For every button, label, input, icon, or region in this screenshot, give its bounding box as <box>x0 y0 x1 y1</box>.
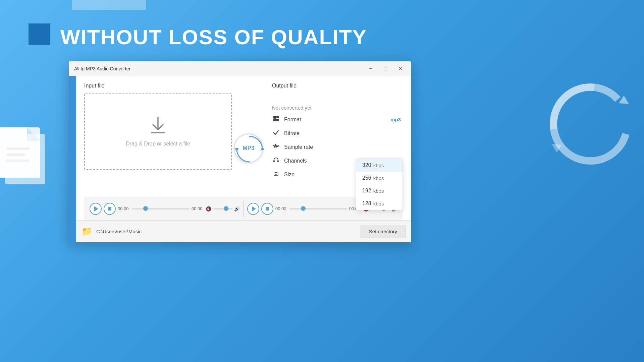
size-label: Size <box>284 172 294 178</box>
output-time-start: 00:00 <box>275 206 287 211</box>
input-play-button[interactable] <box>90 203 102 215</box>
headline: WITHOUT LOSS OF QUALITY <box>60 25 367 49</box>
svg-rect-15 <box>273 116 276 119</box>
input-time-start: 00:00 <box>118 206 130 211</box>
output-progress-track[interactable] <box>289 208 347 209</box>
output-stop-button[interactable] <box>261 203 273 215</box>
stop-square-icon <box>108 207 111 210</box>
transport-bar: 00:00 00:00 🔇 🔊 <box>84 197 403 220</box>
drop-text: Drag & Drop or select a file <box>126 141 190 147</box>
directory-path: C:\Users\user\Music <box>96 229 357 234</box>
drop-zone[interactable]: Drag & Drop or select a file <box>84 93 232 170</box>
mp3-convert-button[interactable]: MP3 <box>234 133 263 163</box>
close-button[interactable]: ✕ <box>393 63 407 74</box>
window-title: All to MP3 Audio Converter <box>74 66 130 71</box>
format-label: Format <box>284 117 301 123</box>
mp3-convert-area: MP3 <box>232 83 265 197</box>
bitrate-unit-128: kbps <box>373 201 384 206</box>
input-speaker-icon: 🔊 <box>234 206 240 212</box>
format-row: Format mp3 <box>272 115 403 124</box>
svg-rect-22 <box>275 172 277 173</box>
bitrate-value-128: 128 <box>362 200 371 206</box>
bitrate-option-128[interactable]: 128 kbps <box>356 197 402 210</box>
bitrate-value-192: 192 <box>362 188 371 194</box>
input-panel-label: Input file <box>84 83 232 89</box>
title-bar-left: All to MP3 Audio Converter <box>74 66 130 71</box>
svg-rect-17 <box>273 119 276 121</box>
input-progress-thumb[interactable] <box>143 206 148 211</box>
deco-file-icon-left <box>0 117 50 198</box>
input-transport-section: 00:00 00:00 🔇 🔊 <box>90 203 240 215</box>
format-icon <box>272 115 280 124</box>
bitrate-checkmark-icon <box>273 129 279 136</box>
input-volume-thumb[interactable] <box>224 206 228 211</box>
input-time-end: 00:00 <box>192 206 204 211</box>
blue-stripe <box>69 76 76 242</box>
minimize-button[interactable]: − <box>364 63 377 74</box>
format-puzzle-icon <box>273 115 279 122</box>
output-status: Not converted yet <box>272 105 403 111</box>
input-volume-track[interactable] <box>213 208 233 209</box>
printer-icon <box>273 170 279 177</box>
svg-rect-16 <box>276 119 279 121</box>
title-bar: All to MP3 Audio Converter − □ ✕ <box>69 61 411 76</box>
output-play-button[interactable] <box>247 203 259 215</box>
svg-rect-18 <box>276 116 279 118</box>
bitrate-label: Bitrate <box>284 130 300 136</box>
size-icon <box>272 170 280 179</box>
channels-icon <box>272 157 280 165</box>
channels-label: Channels <box>284 158 307 164</box>
bitrate-unit-320: kbps <box>373 163 384 168</box>
output-progress-thumb[interactable] <box>301 206 306 211</box>
directory-bar: 📁 C:\Users\user\Music Set directory <box>76 220 411 242</box>
waveform-icon <box>273 143 279 149</box>
bitrate-option-320[interactable]: 320 kbps <box>356 159 402 172</box>
window-controls: − □ ✕ <box>364 63 407 74</box>
bg-blue-accent <box>29 23 50 45</box>
bitrate-value-320: 320 <box>362 162 371 168</box>
sample-rate-icon <box>272 143 280 151</box>
bitrate-value-256: 256 <box>362 175 371 181</box>
sample-rate-row: Sample rate <box>272 143 403 151</box>
drop-icon <box>148 116 168 135</box>
output-stop-square-icon <box>266 207 269 210</box>
bg-stripe-top <box>72 0 146 10</box>
svg-rect-20 <box>277 160 279 162</box>
input-panel: Input file Drag & Drop or select a file <box>84 83 232 197</box>
bitrate-unit-256: kbps <box>373 175 384 181</box>
app-window: All to MP3 Audio Converter − □ ✕ Input f… <box>69 61 411 242</box>
bitrate-option-192[interactable]: 192 kbps <box>356 184 402 197</box>
input-progress-track[interactable] <box>132 208 190 209</box>
input-volume-section: 🔇 🔊 <box>206 206 240 212</box>
svg-marker-14 <box>235 148 239 152</box>
bitrate-icon <box>272 129 280 137</box>
maximize-button[interactable]: □ <box>379 63 392 74</box>
mp3-label: MP3 <box>243 145 255 152</box>
transport-divider <box>243 200 244 217</box>
svg-rect-19 <box>273 160 275 162</box>
bitrate-unit-192: kbps <box>373 188 384 194</box>
sample-rate-label: Sample rate <box>284 144 313 150</box>
deco-circle-arrow-right <box>547 80 634 168</box>
output-panel-label: Output file <box>272 83 403 89</box>
bitrate-dropdown: 320 kbps 256 kbps 192 kbps 128 kbps <box>356 159 403 210</box>
output-play-triangle-icon <box>252 206 256 212</box>
input-stop-button[interactable] <box>104 203 116 215</box>
directory-folder-icon: 📁 <box>82 226 92 237</box>
svg-rect-6 <box>5 134 45 184</box>
headphone-icon <box>273 157 279 163</box>
format-value: mp3 <box>390 117 401 122</box>
bitrate-row: Bitrate <box>272 129 403 137</box>
svg-marker-13 <box>260 146 264 150</box>
input-mute-icon[interactable]: 🔇 <box>206 206 211 212</box>
panels: Input file Drag & Drop or select a file <box>84 83 403 197</box>
play-triangle-icon <box>94 206 98 212</box>
bitrate-option-256[interactable]: 256 kbps <box>356 172 402 184</box>
set-directory-button[interactable]: Set directory <box>361 225 406 238</box>
